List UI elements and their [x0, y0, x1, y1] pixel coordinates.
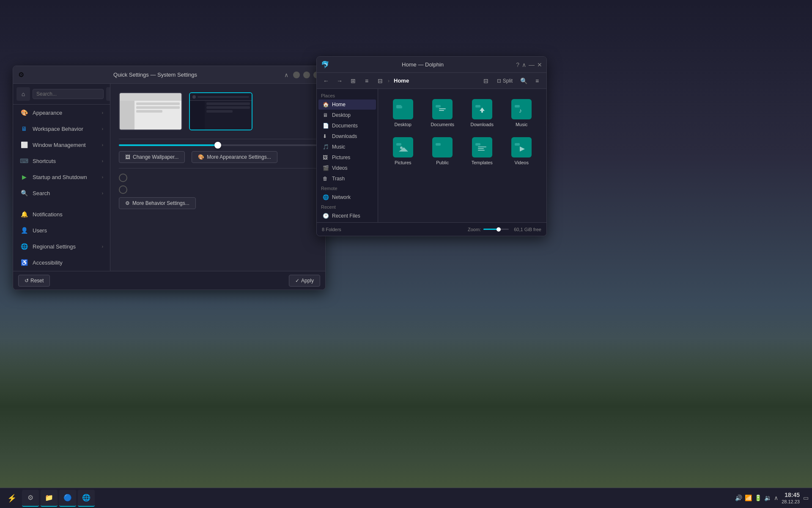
documents-file-label: Documents [431, 122, 454, 127]
file-pictures[interactable]: Pictures [385, 134, 421, 168]
downloads-icon: ⬇ [323, 133, 329, 139]
breadcrumb-home[interactable]: Home [391, 77, 411, 85]
taskbar-settings-app[interactable]: ⚙ [22, 490, 39, 507]
pictures-file-label: Pictures [395, 160, 411, 165]
dolphin-sidebar-home[interactable]: 🏠 Home [318, 99, 376, 110]
settings-content: 🖼 Change Wallpaper... 🎨 More Appearance … [110, 84, 325, 271]
apply-button[interactable]: ✓ Apply [289, 275, 320, 287]
dolphin-sidebar-downloads[interactable]: ⬇ Downloads [318, 131, 376, 141]
dolphin-minimize-btn[interactable]: — [529, 61, 535, 68]
file-templates[interactable]: Templates [464, 134, 500, 168]
downloads-folder-icon [472, 99, 492, 119]
dolphin-layout-btn[interactable]: ⊟ [480, 75, 492, 87]
taskbar-clock[interactable]: 18:45 28.12.23 [782, 491, 800, 505]
dolphin-sidebar-desktop[interactable]: 🖥 Desktop [318, 110, 376, 120]
file-videos[interactable]: Videos [504, 134, 540, 168]
dolphin-sidebar-network[interactable]: 🌐 Network [318, 192, 376, 202]
dolphin-menu-btn[interactable]: ≡ [531, 75, 543, 87]
file-downloads[interactable]: Downloads [464, 96, 500, 130]
dolphin-view-list-btn[interactable]: ≡ [361, 75, 373, 87]
dolphin-sidebar-pictures[interactable]: 🖼 Pictures [318, 152, 376, 163]
settings-scroll-up[interactable]: ∧ [283, 72, 290, 78]
settings-maximize-btn[interactable]: □ [303, 72, 310, 78]
sidebar-search-input[interactable] [33, 89, 104, 99]
network-tray-icon[interactable]: 📶 [745, 494, 752, 501]
show-desktop-icon[interactable]: ▭ [803, 494, 809, 501]
dolphin-view-icons-btn[interactable]: ⊞ [347, 75, 359, 87]
sidebar-item-search[interactable]: 🔍 Search › [15, 185, 108, 201]
battery-icon[interactable]: 🔋 [754, 494, 762, 501]
accessibility-icon: ♿ [20, 258, 28, 267]
sidebar-item-workspace[interactable]: 🖥 Workspace Behavior › [15, 121, 108, 136]
sidebar-home-button[interactable]: ⌂ [16, 87, 30, 101]
reset-button[interactable]: ↺ Reset [18, 275, 50, 287]
wallpaper-icon: 🖼 [125, 154, 130, 160]
dolphin-sidebar-documents[interactable]: 📄 Documents [318, 121, 376, 131]
radio-button-1[interactable] [119, 174, 127, 182]
appearance-slider [119, 144, 317, 146]
more-appearance-button[interactable]: 🎨 More Appearance Settings... [192, 151, 277, 163]
sidebar-item-regional[interactable]: 🌐 Regional Settings › [15, 239, 108, 254]
dolphin-scroll-btn[interactable]: ∧ [522, 61, 526, 68]
radio-option-1 [119, 174, 317, 182]
dolphin-sidebar-videos[interactable]: 🎬 Videos [318, 163, 376, 173]
dolphin-back-btn[interactable]: ← [320, 75, 332, 87]
appearance-icon: 🎨 [20, 108, 28, 117]
dolphin-split-btn[interactable]: ⊡ Split [494, 76, 516, 86]
dolphin-help-btn[interactable]: ? [516, 61, 519, 68]
zoom-thumb[interactable] [497, 227, 501, 232]
taskbar-right: 🔊 📶 🔋 🔉 ∧ 18:45 28.12.23 ▭ [735, 491, 809, 505]
dark-theme-preview[interactable] [189, 92, 252, 130]
taskbar-browser-app[interactable]: 🌐 [78, 490, 95, 507]
behavior-buttons-row: ⚙ More Behavior Settings... [119, 197, 317, 209]
more-behavior-button[interactable]: ⚙ More Behavior Settings... [119, 197, 196, 209]
file-desktop[interactable]: Desktop [385, 96, 421, 130]
file-public[interactable]: Public [425, 134, 461, 168]
volume-icon[interactable]: 🔉 [764, 494, 771, 501]
dolphin-toolbar: ← → ⊞ ≡ ⊟ › Home ⊟ ⊡ Split 🔍 ≡ [317, 73, 546, 89]
zoom-slider[interactable] [483, 229, 509, 230]
sidebar-item-startup[interactable]: ▶ Startup and Shutdown › [15, 169, 108, 185]
dolphin-view-tree-btn[interactable]: ⊟ [374, 75, 386, 87]
sidebar-item-notifications[interactable]: 🔔 Notifications [15, 207, 108, 222]
sidebar-item-window[interactable]: ⬜ Window Management › [15, 137, 108, 152]
light-theme-preview[interactable] [119, 92, 182, 130]
expand-tray-icon[interactable]: ∧ [774, 494, 778, 501]
dolphin-forward-btn[interactable]: → [334, 75, 346, 87]
sidebar-item-appearance[interactable]: 🎨 Appearance › [15, 105, 108, 120]
sidebar-item-shortcuts[interactable]: ⌨ Shortcuts › [15, 153, 108, 168]
dolphin-toolbar-actions: ⊟ ⊡ Split 🔍 ≡ [480, 75, 543, 87]
sidebar-item-label: Appearance [33, 110, 98, 116]
dolphin-search-btn[interactable]: 🔍 [518, 75, 529, 87]
remote-label: Remote [317, 184, 378, 192]
audio-icon[interactable]: 🔊 [735, 494, 742, 501]
slider-thumb[interactable] [214, 142, 221, 149]
dolphin-window: 🐬 Home — Dolphin ? ∧ — ✕ ← → ⊞ ≡ ⊟ › Hom… [316, 56, 547, 236]
svg-rect-4 [436, 105, 441, 108]
slider-track[interactable] [119, 144, 317, 146]
taskbar-files-app[interactable]: 📁 [41, 490, 58, 507]
places-label: Places [317, 91, 378, 99]
dolphin-sidebar-recent-files[interactable]: 🕐 Recent Files [318, 211, 376, 221]
file-documents[interactable]: Documents [425, 96, 461, 130]
dolphin-window-controls: ? ∧ — ✕ [516, 61, 542, 68]
change-wallpaper-button[interactable]: 🖼 Change Wallpaper... [119, 151, 185, 163]
sidebar-item-users[interactable]: 👤 Users [15, 223, 108, 238]
taskbar-start-btn[interactable]: ⚡ [3, 490, 20, 507]
dolphin-sidebar-trash[interactable]: 🗑 Trash [318, 174, 376, 184]
radio-button-2[interactable] [119, 185, 127, 194]
taskbar-discover-app[interactable]: 🔵 [59, 490, 76, 507]
templates-file-label: Templates [472, 160, 493, 165]
dolphin-close-btn[interactable]: ✕ [537, 61, 542, 68]
sidebar-item-accessibility[interactable]: ♿ Accessibility [15, 255, 108, 270]
behavior-btn-icon: ⚙ [125, 200, 130, 206]
split-icon: ⊡ [497, 78, 501, 84]
sidebar-menu-button[interactable]: ≡ [106, 87, 110, 101]
videos-icon: 🎬 [323, 165, 329, 171]
sidebar-item-label: Regional Settings [33, 243, 98, 250]
settings-minimize-btn[interactable]: — [293, 72, 300, 78]
file-music[interactable]: ♪ Music [504, 96, 540, 130]
dolphin-sidebar-music[interactable]: 🎵 Music [318, 142, 376, 152]
dolphin-body: Places 🏠 Home 🖥 Desktop 📄 Documents ⬇ Do… [317, 89, 546, 222]
pictures-icon: 🖼 [323, 155, 329, 160]
